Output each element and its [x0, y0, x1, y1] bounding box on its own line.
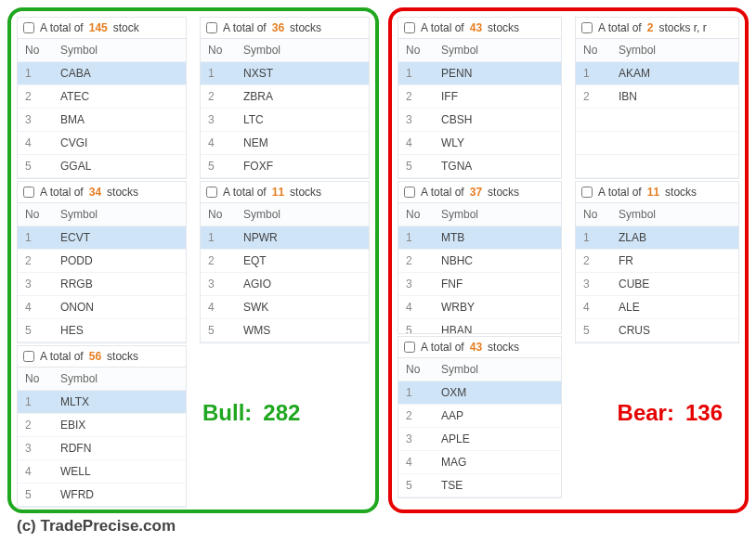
select-all-checkbox[interactable] — [404, 342, 415, 353]
stock-count: 43 — [470, 341, 482, 354]
column-header-no[interactable]: No — [18, 39, 53, 62]
table-row[interactable]: 2EQT — [201, 250, 369, 273]
table-row[interactable]: 1ZLAB — [576, 226, 738, 250]
table-row[interactable]: 3AGIO — [201, 273, 369, 296]
table-row[interactable]: 2PODD — [18, 250, 186, 273]
table-row[interactable]: 4MAG — [398, 451, 561, 474]
cell-no: 4 — [398, 132, 434, 155]
table-row[interactable]: 2AAP — [398, 405, 561, 428]
table-row[interactable]: 2FR — [576, 250, 738, 273]
table-row[interactable]: 1PENN — [398, 62, 561, 85]
total-prefix: A total of — [223, 186, 267, 199]
table-row[interactable]: 1AKAM — [576, 62, 738, 85]
column-header-no[interactable]: No — [201, 203, 236, 226]
select-all-checkbox[interactable] — [23, 22, 34, 33]
column-header-symbol[interactable]: Symbol — [53, 203, 186, 226]
cell-symbol: WFRD — [53, 484, 186, 507]
table-row[interactable]: 4ONON — [18, 296, 186, 319]
column-header-no[interactable]: No — [576, 203, 611, 226]
column-header-symbol[interactable]: Symbol — [236, 203, 369, 226]
column-header-symbol[interactable]: Symbol — [434, 358, 561, 381]
table-row[interactable]: 5HES — [18, 319, 186, 342]
table-row[interactable]: 5TSE — [398, 474, 561, 497]
table-row[interactable]: 4ALE — [576, 296, 738, 319]
table-row[interactable]: 5FOXF — [201, 155, 369, 178]
table-row[interactable]: 2ATEC — [18, 85, 186, 109]
column-header-no[interactable]: No — [18, 368, 53, 391]
table-row[interactable]: 3BMA — [18, 109, 186, 132]
bull-panel: A total of 145 stockNoSymbol1CABA2ATEC3B… — [7, 7, 379, 513]
table-row[interactable]: 4WLY — [398, 132, 561, 155]
cell-symbol: AGIO — [236, 273, 369, 296]
bear-label: Bear: — [618, 400, 674, 426]
table-row[interactable]: 4SWK — [201, 296, 369, 319]
select-all-checkbox[interactable] — [581, 22, 593, 33]
column-header-no[interactable]: No — [398, 39, 434, 62]
stock-widget: A total of 43 stocksNoSymbol1OXM2AAP3APL… — [398, 336, 562, 498]
table-row[interactable]: 3CUBE — [576, 273, 738, 296]
widget-header: A total of 56 stocks — [18, 346, 186, 368]
table-row[interactable]: 1ECVT — [18, 226, 186, 250]
column-header-symbol[interactable]: Symbol — [236, 39, 369, 62]
column-header-symbol[interactable]: Symbol — [53, 39, 186, 62]
column-header-symbol[interactable]: Symbol — [53, 368, 186, 391]
table-row[interactable]: 3FNF — [398, 273, 561, 296]
column-header-symbol[interactable]: Symbol — [611, 203, 738, 226]
table-row[interactable]: 1NPWR — [201, 226, 369, 250]
table-row[interactable]: 2NBHC — [398, 250, 561, 273]
cell-no: 1 — [18, 391, 53, 414]
table-row[interactable]: 1CABA — [18, 62, 186, 85]
column-header-symbol[interactable]: Symbol — [611, 39, 738, 62]
cell-no: 3 — [18, 109, 53, 132]
stock-count: 2 — [647, 21, 654, 34]
table-row[interactable]: 1NXST — [201, 62, 369, 85]
table-row[interactable]: 1MLTX — [18, 391, 186, 414]
cell-no: 2 — [201, 250, 236, 273]
table-row[interactable]: 3RDFN — [18, 437, 186, 460]
table-row[interactable]: 3LTC — [201, 109, 369, 132]
bear-total: 136 — [685, 400, 723, 426]
select-all-checkbox[interactable] — [23, 187, 34, 198]
cell-symbol: CABA — [53, 62, 186, 85]
column-header-no[interactable]: No — [18, 203, 53, 226]
column-header-no[interactable]: No — [398, 358, 434, 381]
total-suffix: stocks — [488, 341, 519, 354]
table-row[interactable]: 2ZBRA — [201, 85, 369, 109]
table-row[interactable]: 1MTB — [398, 226, 561, 250]
select-all-checkbox[interactable] — [206, 22, 217, 33]
select-all-checkbox[interactable] — [206, 187, 217, 198]
table-row[interactable]: 1OXM — [398, 381, 561, 405]
stock-widget: A total of 43 stocksNoSymbol1PENN2IFF3CB… — [398, 17, 562, 179]
column-header-no[interactable]: No — [576, 39, 611, 62]
table-row[interactable]: 2IFF — [398, 85, 561, 109]
table-row[interactable]: 5TGNA — [398, 155, 561, 178]
table-row[interactable]: 2EBIX — [18, 414, 186, 437]
cell-no: 5 — [398, 319, 434, 335]
select-all-checkbox[interactable] — [581, 187, 593, 198]
table-row[interactable]: 4CVGI — [18, 132, 186, 155]
table-row[interactable]: 4WRBY — [398, 296, 561, 319]
table-row[interactable]: 4WELL — [18, 460, 186, 484]
table-row[interactable]: 3CBSH — [398, 109, 561, 132]
column-header-symbol[interactable]: Symbol — [434, 39, 561, 62]
cell-no: 1 — [398, 62, 434, 85]
column-header-no[interactable]: No — [398, 203, 434, 226]
table-row[interactable]: 2IBN — [576, 85, 738, 109]
table-row[interactable]: 4NEM — [201, 132, 369, 155]
table-row[interactable]: 5GGAL — [18, 155, 186, 178]
cell-no: 3 — [18, 273, 53, 296]
bull-label: Bull: — [202, 400, 252, 426]
table-row[interactable]: 5WMS — [201, 319, 369, 342]
select-all-checkbox[interactable] — [404, 187, 415, 198]
column-header-symbol[interactable]: Symbol — [434, 203, 561, 226]
table-row[interactable]: 3RRGB — [18, 273, 186, 296]
table-row[interactable]: 3APLE — [398, 428, 561, 451]
table-row[interactable]: 5WFRD — [18, 484, 186, 507]
stock-table: NoSymbol1ECVT2PODD3RRGB4ONON5HES — [18, 203, 186, 342]
table-row[interactable]: 5CRUS — [576, 319, 738, 342]
column-header-no[interactable]: No — [201, 39, 236, 62]
select-all-checkbox[interactable] — [23, 351, 34, 362]
select-all-checkbox[interactable] — [404, 22, 415, 33]
cell-symbol: WELL — [53, 460, 186, 484]
table-row[interactable]: 5HBAN — [398, 319, 561, 335]
